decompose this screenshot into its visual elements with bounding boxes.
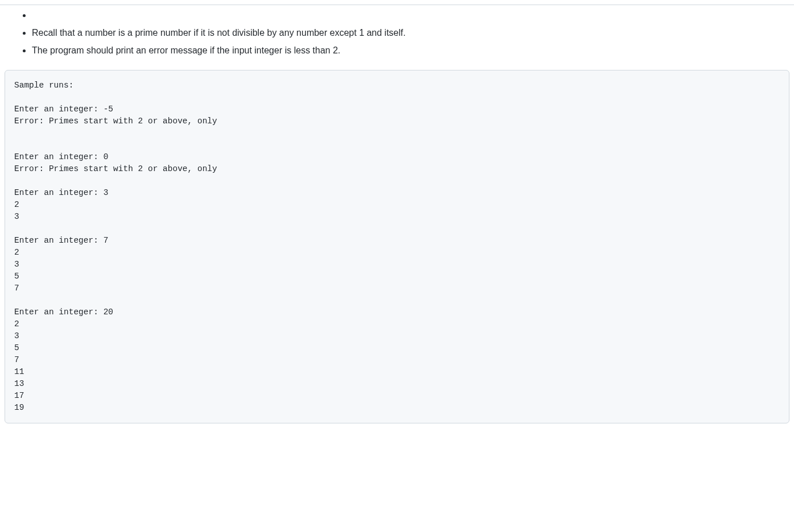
sample-runs-code: Sample runs: Enter an integer: -5 Error:… — [5, 70, 789, 423]
document-content: Recall that a number is a prime number i… — [0, 5, 794, 423]
list-item-prime-definition: Recall that a number is a prime number i… — [32, 25, 789, 40]
list-item-error-condition: The program should print an error messag… — [32, 43, 789, 58]
instructions-list: Recall that a number is a prime number i… — [5, 7, 789, 70]
list-item-empty — [32, 7, 789, 23]
